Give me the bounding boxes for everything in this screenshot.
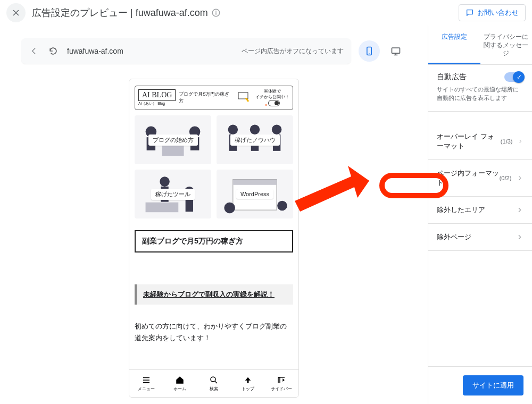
row-label: 除外ページ <box>437 232 471 242</box>
page-title: 広告設定のプレビュー | fuwafuwa-af.com <box>32 6 208 19</box>
inpage-off-label: ページ内広告がオフになっています <box>242 47 344 56</box>
preview-logo-sub: Ai（あい） Blog <box>138 101 176 106</box>
nav-sidebar[interactable]: サイドバー <box>264 370 298 397</box>
menu-icon <box>142 375 151 385</box>
svg-point-29 <box>211 377 215 382</box>
contact-button[interactable]: お問い合わせ <box>459 4 526 21</box>
nav-top[interactable]: トップ <box>231 370 265 397</box>
row-excluded-area[interactable]: 除外したエリア <box>428 197 532 224</box>
exp-line1: 実体験で <box>255 88 289 94</box>
chevron-right-icon <box>516 206 523 214</box>
nav-label: サイドバー <box>271 386 292 392</box>
svg-point-4 <box>369 53 370 54</box>
preview-intro: 初めての方に向けて、わかりやすくブログ副業の道先案内をしています！ <box>135 321 293 344</box>
tab-privacy-messages[interactable]: プライバシーに関するメッセージ <box>480 26 533 64</box>
svg-point-28 <box>277 201 287 211</box>
mini-toggle-icon <box>268 100 280 106</box>
chevron-right-icon <box>517 174 523 182</box>
auto-ads-title: 自動広告 <box>437 72 467 82</box>
mobile-icon <box>364 46 375 56</box>
nav-search[interactable]: 検索 <box>197 370 231 397</box>
card-label: ブログの始め方 <box>148 134 198 146</box>
card-blog-start[interactable]: ブログの始め方 <box>135 115 211 164</box>
back-icon[interactable] <box>29 46 39 56</box>
svg-point-18 <box>160 176 170 187</box>
row-excluded-page[interactable]: 除外ページ <box>428 224 532 251</box>
exp-line2: イチから公開中！ <box>255 94 289 100</box>
close-icon <box>11 8 21 18</box>
top-icon <box>243 375 253 385</box>
reload-icon[interactable] <box>48 46 59 56</box>
card-wordpress[interactable]: WordPress <box>217 170 293 218</box>
contact-label: お問い合わせ <box>477 8 519 18</box>
pointer-icon <box>237 91 252 104</box>
preview-headline: 副業ブログで月5万円の稼ぎ方 <box>135 230 293 252</box>
row-count: (0/2) <box>500 175 512 181</box>
mobile-preview: AI BLOG Ai（あい） Blog ブログで月5万円の稼ぎ方 実体験で イチ… <box>129 79 299 398</box>
svg-rect-2 <box>215 12 217 15</box>
row-count: (1/3) <box>501 138 513 145</box>
svg-rect-24 <box>233 180 277 185</box>
row-overlay-format[interactable]: オーバーレイ フォーマット (1/3) <box>428 123 532 160</box>
svg-rect-22 <box>146 203 179 213</box>
svg-point-16 <box>272 124 282 134</box>
preview-subheadline: 未経験からブログで副収入の実録を解説！ <box>135 284 293 305</box>
chevron-right-icon <box>518 138 523 145</box>
preview-logo: AI BLOG <box>138 89 176 101</box>
settings-panel: 広告設定 プライバシーに関するメッセージ 自動広告 ✓ サイトのすべての最適な場… <box>428 26 532 404</box>
close-button[interactable] <box>6 3 26 22</box>
card-label: 稼げたノウハウ <box>230 134 280 146</box>
apply-to-site-button[interactable]: サイトに適用 <box>463 375 523 395</box>
chat-icon <box>466 9 474 17</box>
auto-ads-toggle[interactable]: ✓ <box>504 72 523 82</box>
nav-label: 検索 <box>210 386 218 392</box>
desktop-icon <box>390 46 401 56</box>
device-mobile-button[interactable] <box>359 40 380 62</box>
svg-point-27 <box>224 203 235 214</box>
preview-bottom-nav: メニュー ホーム 検索 トップ サイドバー <box>129 369 298 397</box>
nav-home[interactable]: ホーム <box>163 370 197 397</box>
card-knowhow[interactable]: 稼げたノウハウ <box>217 115 293 164</box>
svg-rect-5 <box>392 48 400 53</box>
nav-label: トップ <box>242 386 254 392</box>
sidebar-icon <box>277 375 286 385</box>
row-label: オーバーレイ フォーマット <box>437 132 501 151</box>
svg-point-1 <box>215 11 217 12</box>
device-desktop-button[interactable] <box>385 40 406 62</box>
url-bar: fuwafuwa-af.com ページ内広告がオフになっています <box>21 38 351 64</box>
card-label: WordPress <box>236 189 273 199</box>
info-icon[interactable] <box>211 8 221 18</box>
nav-label: メニュー <box>138 386 155 392</box>
nav-label: ホーム <box>173 386 186 392</box>
preview-caption: ブログで月5万円の稼ぎ方 <box>179 91 234 105</box>
auto-ads-desc: サイトのすべての最適な場所に自動的に広告を表示します <box>437 85 523 103</box>
nav-menu[interactable]: メニュー <box>129 370 163 397</box>
svg-point-12 <box>228 124 238 134</box>
row-inpage-format[interactable]: ページ内フォーマット (0/2) <box>428 160 532 197</box>
url-text: fuwafuwa-af.com <box>67 47 233 55</box>
row-label: 除外したエリア <box>437 205 485 215</box>
chevron-right-icon <box>516 233 523 241</box>
svg-point-14 <box>250 124 260 134</box>
home-icon <box>175 375 185 385</box>
tab-ads-settings[interactable]: 広告設定 <box>428 26 480 64</box>
card-label: 稼げたツール <box>151 189 195 200</box>
card-tools[interactable]: 稼げたツール <box>135 170 211 218</box>
search-icon <box>209 375 219 385</box>
preview-header: AI BLOG Ai（あい） Blog ブログで月5万円の稼ぎ方 実体験で イチ… <box>135 86 293 110</box>
row-label: ページ内フォーマット <box>437 169 500 188</box>
